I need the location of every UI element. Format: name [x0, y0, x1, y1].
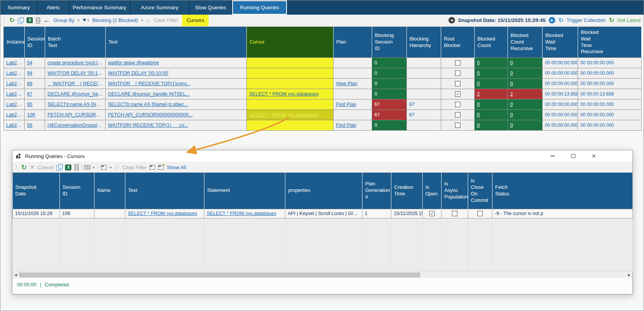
instance-link[interactable]: Lab2022	[6, 112, 22, 118]
session-id-link[interactable]: 88	[27, 81, 32, 86]
session-id-link[interactable]: 106	[27, 112, 35, 118]
is-async-population-checkbox[interactable]	[452, 211, 457, 216]
blocked-count-link[interactable]: 2	[477, 91, 480, 97]
text-link[interactable]: DECLARE @cursor_handle INTSEL...	[108, 91, 244, 97]
tab-summary[interactable]: Summary	[0, 0, 38, 15]
collapse-window-icon[interactable]	[150, 165, 155, 170]
instance-link[interactable]: Lab2022	[6, 71, 22, 76]
clear-filter-icon[interactable]: ◇	[146, 17, 151, 24]
root-blocker-checkbox[interactable]	[455, 60, 460, 66]
horizontal-scrollbar[interactable]: ◀ ▶	[12, 271, 632, 278]
blocked-count-recursive-link[interactable]: 0	[510, 123, 513, 128]
batch-text-link[interactable]: WAITFOR ( RECEIVE TOP(1)co...	[47, 81, 103, 86]
scroll-left-icon[interactable]: ◀	[12, 272, 19, 278]
col-header-blocked-count[interactable]: Blocked Count	[475, 27, 508, 58]
cancel-x-icon[interactable]: ✕	[30, 164, 35, 171]
get-latest-button[interactable]: Get Latest	[617, 17, 641, 23]
text-link[interactable]: WAITFOR( RECEIVE TOP(1) co...	[108, 123, 244, 128]
col-header-plan-generation[interactable]: Plan Generation #	[362, 173, 391, 209]
col-header-snapshot-date[interactable]: Snapshot Date	[13, 173, 60, 209]
session-id-link[interactable]: 58	[27, 123, 32, 128]
cancel-button[interactable]: Cancel	[38, 165, 53, 170]
col-header-session-id[interactable]: Session ID	[60, 173, 94, 209]
refresh-icon[interactable]: ↻	[9, 16, 15, 24]
find-plan-link[interactable]: Find Plan	[336, 102, 356, 107]
tab-performance-summary[interactable]: Performance Summary	[69, 0, 130, 15]
col-header-blocking-session-id[interactable]: Blocking Session ID	[372, 27, 407, 58]
is-close-on-commit-checkbox[interactable]	[477, 211, 483, 216]
refresh-icon[interactable]: ↻	[21, 163, 27, 171]
blocked-count-recursive-link[interactable]: 0	[510, 71, 513, 76]
instance-link[interactable]: Lab2022	[6, 102, 22, 107]
new-window-icon[interactable]	[158, 165, 164, 170]
blocking-filter-button[interactable]: Blocking (2 Blocked)	[92, 17, 138, 23]
col-header-is-async-population[interactable]: Is Async Population	[442, 173, 468, 209]
col-header-is-close-on-commit[interactable]: Is Close On Commit	[468, 173, 492, 209]
blocked-count-link[interactable]: 0	[477, 60, 480, 66]
root-blocker-checkbox[interactable]	[455, 71, 460, 76]
show-all-button[interactable]: Show All	[167, 165, 186, 170]
instance-link[interactable]: Lab2022	[6, 60, 22, 66]
close-button[interactable]: ×	[592, 153, 596, 160]
copy-icon[interactable]	[56, 164, 62, 170]
session-id-link[interactable]: 67	[27, 91, 32, 97]
blocked-count-recursive-link[interactable]: 0	[510, 60, 513, 66]
text-link[interactable]: FETCH API_CURSOR000000000000...	[108, 112, 244, 118]
blocked-count-link[interactable]: 0	[477, 81, 480, 86]
blocked-count-link[interactable]: 0	[477, 102, 480, 107]
text-link[interactable]: waitfor delay @waittime	[108, 60, 244, 66]
blocked-count-link[interactable]: 0	[477, 71, 480, 76]
group-by-dropdown-icon[interactable]: ▾	[78, 18, 79, 22]
col-header-blocked-wait-time-recursive[interactable]: Blocked Wait Time Recursive	[578, 27, 642, 58]
col-header-is-open[interactable]: Is Open	[423, 173, 442, 209]
blocked-count-link[interactable]: 0	[477, 112, 480, 118]
blocked-count-recursive-link[interactable]: 0	[510, 102, 513, 107]
batch-text-link[interactable]: WAITFOR DELAY '00:10:00'	[47, 71, 103, 76]
next-snapshot-button[interactable]: ▶	[549, 17, 555, 24]
clear-filter-button[interactable]: Clear Filter	[153, 17, 178, 23]
text-link[interactable]: WAITFOR ( RECEIVE TOP(1)conv...	[108, 81, 244, 86]
cursor-link[interactable]: SELECT * FROM sys.databases	[249, 112, 331, 118]
column-chooser-icon[interactable]	[74, 164, 79, 170]
layout-dropdown-icon[interactable]: ▾	[93, 165, 94, 170]
batch-text-link[interactable]: (@ConversationGroupID UNIQUEI...	[47, 123, 103, 128]
group-by-button[interactable]: Group By	[53, 17, 74, 23]
back-arrow-icon[interactable]: ←	[43, 16, 50, 24]
root-blocker-checkbox[interactable]	[455, 112, 460, 118]
tab-running-queries[interactable]: Running Queries	[232, 0, 287, 15]
tab-slow-queries[interactable]: Slow Queries	[190, 0, 232, 15]
blocked-count-recursive-link[interactable]: 0	[510, 112, 513, 118]
cursor-link[interactable]: SELECT * FROM sys.databases	[249, 91, 331, 97]
root-blocker-checkbox[interactable]	[455, 91, 460, 97]
tab-alerts[interactable]: Alerts	[38, 0, 69, 15]
blocking-filter-dropdown-icon[interactable]: ▾	[141, 18, 143, 22]
batch-text-link[interactable]: SELECTtr.name AS [Name],tr.objec...	[47, 102, 103, 107]
col-header-cursor[interactable]: Cursor	[247, 27, 334, 58]
blocked-count-link[interactable]: 0	[477, 123, 480, 128]
scrollbar-thumb[interactable]	[19, 272, 420, 277]
col-header-creation-time[interactable]: Creation Time	[391, 173, 423, 209]
root-blocker-checkbox[interactable]	[455, 81, 460, 86]
statement-link[interactable]: SELECT * FROM sys.databases	[207, 211, 283, 216]
text-link[interactable]: SELECT * FROM sys.databases	[128, 211, 202, 216]
col-header-text[interactable]: Text	[125, 173, 204, 209]
col-header-blocking-hierarchy[interactable]: Blocking Hierarchy	[407, 27, 441, 58]
session-id-link[interactable]: 94	[27, 71, 32, 76]
col-header-blocked-count-recursive[interactable]: Blocked Count Recursive	[508, 27, 543, 58]
instance-link[interactable]: Lab2022	[6, 81, 22, 86]
session-id-link[interactable]: 95	[27, 102, 32, 107]
layout-icon[interactable]	[84, 165, 91, 170]
copy-icon[interactable]	[18, 17, 24, 24]
maximize-button[interactable]	[571, 154, 575, 158]
trigger-collection-icon[interactable]: ↻	[558, 17, 563, 24]
col-header-root-blocker[interactable]: Root Blocker	[441, 27, 475, 58]
instance-link[interactable]: Lab2022	[6, 91, 22, 97]
tab-azure-summary[interactable]: Azure Summary	[130, 0, 190, 15]
export-excel-icon[interactable]: X	[27, 17, 33, 23]
blocked-count-recursive-link[interactable]: 2	[510, 91, 513, 97]
trigger-collection-button[interactable]: Trigger Collection	[566, 17, 605, 23]
clear-filter-icon[interactable]: ◇	[115, 164, 119, 171]
get-latest-icon[interactable]: ↻	[609, 16, 614, 24]
session-id-link[interactable]: 54	[27, 60, 32, 66]
minimize-button[interactable]	[551, 156, 555, 156]
